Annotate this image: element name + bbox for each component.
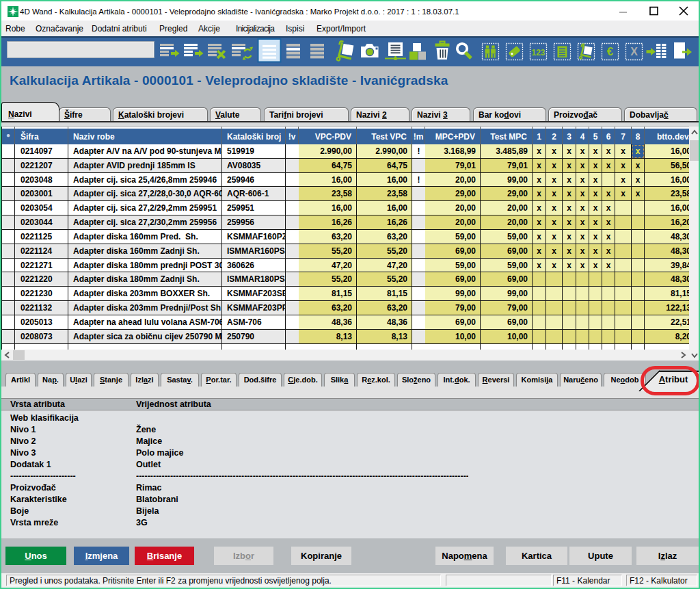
svg-text:123: 123 xyxy=(531,48,545,57)
svg-text:X: X xyxy=(630,46,638,57)
svg-text:€: € xyxy=(607,45,614,58)
